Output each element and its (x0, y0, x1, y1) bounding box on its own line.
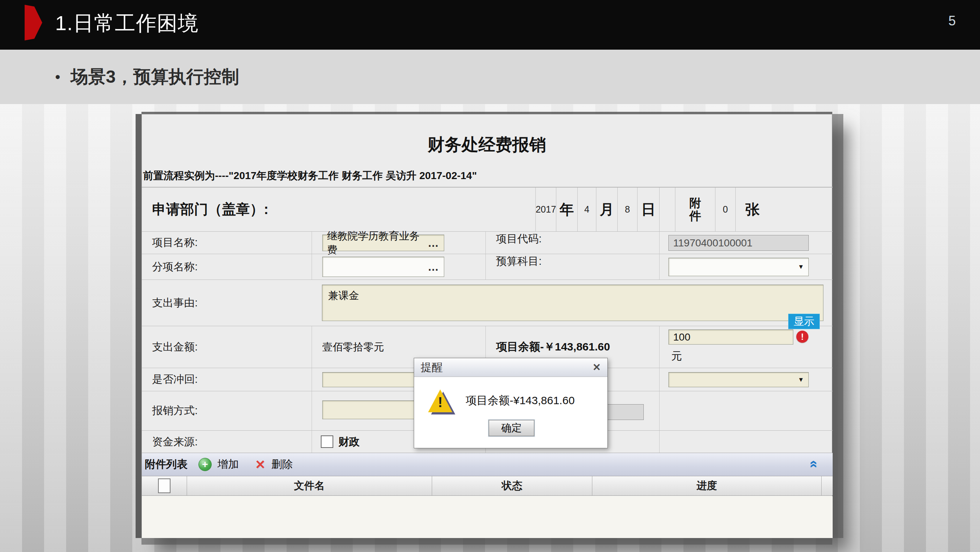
fund-source-option-label: 财政 (339, 431, 360, 453)
date-day-value: 8 (617, 188, 637, 231)
form-header-row: 申请部门（盖章）: 2017 年 4 月 8 日 附件 0 张 (142, 188, 833, 231)
select-all-cell (142, 476, 187, 495)
reverse-dropdown[interactable]: ▼ (668, 372, 809, 387)
add-icon: + (199, 458, 212, 471)
sub-item-input[interactable]: … (322, 257, 444, 277)
slide-subtitle-bar: • 场景3，预算执行控制 (0, 49, 980, 104)
date-day-unit: 日 (637, 188, 659, 231)
expense-reason-row: 支出事由: 兼课金 (142, 279, 833, 326)
slide-title: 1.日常工作困境 (55, 10, 199, 38)
attachments-table-header: 文件名 状态 进度 (142, 476, 833, 496)
subitem-row: 分项名称: … 预算科目: ▼ (142, 254, 833, 279)
column-header-status[interactable]: 状态 (432, 476, 592, 495)
slide-subtitle: 场景3，预算执行控制 (70, 65, 239, 89)
dialog-body: ! 项目余额-¥143,861.60 确定 (414, 377, 608, 448)
chevron-down-icon: ▼ (798, 263, 804, 271)
project-code-input: 11970400100001 (668, 235, 809, 251)
warning-exclamation: ! (428, 395, 452, 410)
attachments-empty-area (142, 496, 833, 538)
date-month-value: 4 (577, 188, 596, 231)
amount-value: 100 (673, 331, 690, 343)
chevron-down-icon: ▼ (798, 376, 804, 384)
date-year-value: 2017 (535, 188, 556, 231)
project-code-value: 11970400100001 (673, 237, 752, 249)
fund-source-checkbox[interactable] (321, 436, 333, 448)
project-name-browse-button[interactable]: … (428, 237, 439, 249)
warning-triangle-icon: ! (427, 388, 456, 416)
date-cells: 2017 年 4 月 8 日 附件 0 张 (535, 188, 833, 231)
bullet-icon: • (55, 69, 60, 85)
delete-attachment-button[interactable]: ✕ 删除 (239, 457, 293, 472)
attachments-toolbar: 附件列表 + 增加 ✕ 删除 « (142, 453, 833, 476)
amount-in-words: 壹佰零拾零元 (322, 326, 384, 368)
page-number: 5 (948, 13, 956, 29)
date-spacer-cell (659, 188, 675, 231)
attachment-label-cell: 附件 (675, 188, 715, 231)
expense-amount-label: 支出金额: (142, 340, 198, 354)
budget-subject-label: 预算科目: (486, 255, 542, 267)
show-button[interactable]: 显示 (788, 314, 820, 329)
attachment-label: 附件 (689, 197, 702, 222)
project-row: 项目名称: 继教院学历教育业务费 … 项目代码: 11970400100001 (142, 231, 833, 254)
delete-label: 删除 (272, 457, 293, 472)
process-instance-note: 前置流程实例为----"2017年度学校财务工作 财务工作 吴访升 2017-0… (143, 169, 477, 183)
amount-unit-label: 元 (671, 349, 682, 364)
project-name-label: 项目名称: (142, 235, 198, 250)
close-icon[interactable]: ✕ (592, 362, 601, 373)
collapse-section-icon[interactable]: « (807, 460, 821, 468)
fund-source-label: 资金来源: (142, 435, 198, 449)
presentation-slide: 1.日常工作困境 5 • 场景3，预算执行控制 财务处经费报销 前置流程实例为-… (0, 0, 980, 552)
sub-item-label: 分项名称: (142, 260, 198, 274)
expense-reason-textarea[interactable]: 兼课金 (322, 285, 824, 321)
alert-dialog: 提醒 ✕ ! 项目余额-¥143,861.60 确定 (414, 358, 608, 448)
delete-icon: ✕ (255, 457, 266, 472)
form-title: 财务处经费报销 (142, 134, 832, 156)
column-header-progress[interactable]: 进度 (592, 476, 821, 495)
date-month-unit: 月 (596, 188, 617, 231)
amount-error-icon: ! (796, 330, 808, 343)
attachment-count: 0 (715, 188, 735, 231)
dialog-title: 提醒 (421, 360, 443, 375)
select-all-checkbox[interactable] (158, 479, 170, 493)
attachments-section-label: 附件列表 (145, 457, 188, 472)
reimbursement-form-screenshot: 财务处经费报销 前置流程实例为----"2017年度学校财务工作 财务工作 吴访… (142, 114, 832, 538)
ok-button[interactable]: 确定 (489, 420, 534, 436)
date-year-unit: 年 (556, 188, 577, 231)
column-header-spacer (821, 476, 833, 495)
add-attachment-button[interactable]: + 增加 (188, 457, 239, 472)
budget-subject-dropdown[interactable]: ▼ (668, 258, 809, 276)
sub-item-browse-button[interactable]: … (428, 261, 439, 273)
attachment-unit: 张 (735, 188, 833, 231)
expense-reason-label: 支出事由: (142, 296, 198, 310)
add-label: 增加 (218, 457, 239, 472)
project-name-input[interactable]: 继教院学历教育业务费 … (322, 235, 444, 251)
reverse-label: 是否冲回: (142, 372, 198, 387)
column-header-filename[interactable]: 文件名 (187, 476, 432, 495)
red-flag-icon (25, 5, 42, 40)
project-code-label: 项目代码: (486, 233, 542, 244)
project-name-value: 继教院学历教育业务费 (327, 229, 428, 257)
slide-title-bar: 1.日常工作困境 5 (0, 0, 980, 49)
dialog-title-bar[interactable]: 提醒 ✕ (414, 358, 608, 377)
method-label: 报销方式: (142, 404, 198, 418)
amount-input[interactable]: 100 (668, 330, 793, 345)
dialog-message: 项目余额-¥143,861.60 (466, 393, 575, 408)
apply-dept-label: 申请部门（盖章）: (152, 188, 269, 231)
